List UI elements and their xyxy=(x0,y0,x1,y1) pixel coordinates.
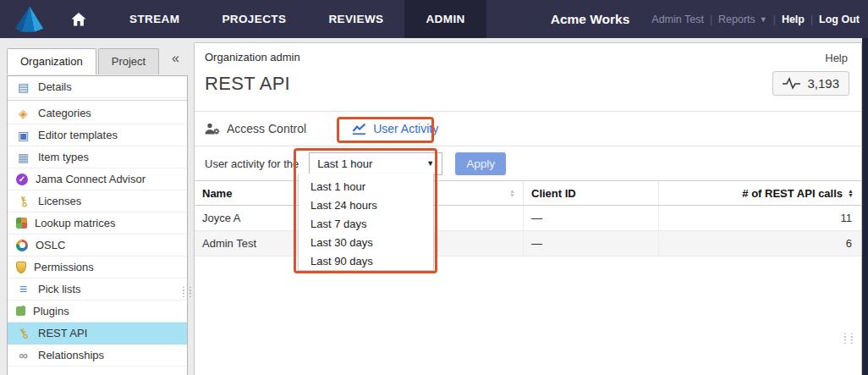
sort-arrows-icon[interactable]: ▲▼ xyxy=(509,189,515,197)
jama-logo-icon[interactable] xyxy=(12,4,46,35)
help-link-page[interactable]: Help xyxy=(825,52,848,64)
page-title: REST API xyxy=(205,73,290,95)
pulse-icon xyxy=(783,77,801,90)
cell-api-calls: 6 xyxy=(659,231,861,256)
sidebar-item-list: Details Categories Editor templates Item… xyxy=(7,75,188,375)
advisor-icon xyxy=(16,174,28,185)
sidebar-item-details[interactable]: Details xyxy=(8,76,187,98)
nav-item-stream[interactable]: STREAM xyxy=(108,0,201,38)
activity-filter-row: User activity for the Last 1 hour ▼ Appl… xyxy=(195,146,861,180)
sidebar-item-rest-api[interactable]: REST API xyxy=(8,323,187,345)
time-range-selected-value: Last 1 hour xyxy=(317,157,372,170)
logout-link[interactable]: Log Out xyxy=(819,14,860,25)
time-range-dropdown: Last 1 hourLast 24 hoursLast 7 daysLast … xyxy=(298,174,434,271)
sidebar-tabs: Organization Project « xyxy=(0,38,193,74)
dropdown-option[interactable]: Last 90 days xyxy=(299,252,433,271)
access-control-icon xyxy=(205,123,220,135)
table-header-row: Name ▲▼ Client ID # of REST API calls ▲▼ xyxy=(195,181,861,206)
tab-user-activity[interactable]: User Activity xyxy=(352,122,438,135)
dropdown-option[interactable]: Last 24 hours xyxy=(299,196,433,215)
table-row: Joyce A — 11 xyxy=(195,206,861,231)
permissions-icon xyxy=(16,262,26,273)
table-row: Admin Test — 6 xyxy=(195,231,861,256)
sidebar-item-lookup-matrices[interactable]: Lookup matrices xyxy=(8,212,187,234)
dropdown-option[interactable]: Last 7 days xyxy=(299,215,433,234)
nav-separator: | xyxy=(773,14,776,25)
main-panel: Organization admin Help REST API 3,193 xyxy=(194,42,862,375)
nav-item-reviews[interactable]: REVIEWS xyxy=(307,0,404,38)
sort-arrows-icon[interactable]: ▲▼ xyxy=(848,189,854,197)
company-name: Acme Works xyxy=(551,12,630,27)
sidebar-item-licenses[interactable]: Licenses xyxy=(8,190,187,212)
tab-organization[interactable]: Organization xyxy=(7,48,96,74)
api-calls-badge: 3,193 xyxy=(772,71,849,96)
sidebar-item-editor-templates[interactable]: Editor templates xyxy=(8,124,187,146)
editor-templates-icon xyxy=(16,129,30,142)
pick-lists-icon xyxy=(16,283,30,296)
lookup-matrices-icon xyxy=(16,218,27,229)
rest-api-icon xyxy=(16,327,30,340)
sidebar-item-item-types[interactable]: Item types xyxy=(8,146,187,168)
sidebar-item-pick-lists[interactable]: Pick lists xyxy=(8,278,187,301)
dropdown-option[interactable]: Last 30 days xyxy=(299,234,433,252)
tab-access-control[interactable]: Access Control xyxy=(205,122,306,135)
sidebar-item-categories[interactable]: Categories xyxy=(8,102,187,124)
cell-client-id: — xyxy=(524,231,659,256)
oslc-icon xyxy=(16,240,28,251)
time-range-select[interactable]: Last 1 hour ▼ xyxy=(309,152,442,175)
sidebar-group-divider xyxy=(8,100,187,101)
sidebar-collapse-icon[interactable]: « xyxy=(172,51,179,66)
nav-item-projects[interactable]: PROJECTS xyxy=(201,0,307,38)
sidebar-item-relationships[interactable]: Relationships xyxy=(8,345,187,367)
background-window-edge xyxy=(862,38,868,375)
tab-user-activity-label: User Activity xyxy=(373,122,438,135)
sidebar-item-advisor[interactable]: Jama Connect Advisor xyxy=(8,168,187,190)
apply-button[interactable]: Apply xyxy=(455,152,506,175)
sidebar-item-plugins[interactable]: Plugins xyxy=(8,301,187,323)
cell-client-id: — xyxy=(524,206,659,230)
tab-access-control-label: Access Control xyxy=(227,122,306,135)
user-activity-icon xyxy=(352,123,366,135)
item-types-icon xyxy=(16,151,30,164)
sidebar-resize-handle[interactable]: ⋮⋮⋮⋮ xyxy=(179,289,193,295)
column-header--of-rest-api-calls[interactable]: # of REST API calls ▲▼ xyxy=(659,181,861,205)
cell-api-calls: 11 xyxy=(659,206,861,230)
nav-separator: | xyxy=(810,14,813,25)
content-tabs: Access Control User Activity xyxy=(195,112,861,146)
page-header: Organization admin Help REST API 3,193 xyxy=(195,43,861,112)
licenses-icon xyxy=(16,195,30,208)
sidebar-item-permissions[interactable]: Permissions xyxy=(8,256,187,278)
nav-separator: | xyxy=(710,14,712,25)
api-calls-count: 3,193 xyxy=(807,76,839,91)
reports-menu[interactable]: Reports xyxy=(718,14,755,25)
current-user-label: Admin Test xyxy=(651,14,704,25)
table-body: Joyce A — 11 Admin Test — 6 xyxy=(195,206,861,256)
home-icon[interactable] xyxy=(68,13,90,26)
help-link-navbar[interactable]: Help xyxy=(782,14,805,25)
home-icon xyxy=(71,13,86,26)
relationships-icon xyxy=(16,349,30,362)
column-header-client-id[interactable]: Client ID xyxy=(524,181,659,205)
reports-caret-icon: ▼ xyxy=(760,15,767,24)
tab-project[interactable]: Project xyxy=(98,48,159,74)
plugins-icon xyxy=(16,306,25,316)
breadcrumb: Organization admin xyxy=(205,51,851,63)
user-activity-table: Name ▲▼ Client ID # of REST API calls ▲▼… xyxy=(195,180,861,256)
categories-icon xyxy=(16,107,30,120)
primary-nav: STREAMPROJECTSREVIEWSADMIN xyxy=(108,0,486,38)
select-caret-icon: ▼ xyxy=(426,159,434,168)
admin-sidebar: Organization Project « Details Categorie… xyxy=(0,38,193,375)
navbar-right: Acme Works Admin Test | Reports ▼ | Help… xyxy=(551,12,860,27)
dropdown-option[interactable]: Last 1 hour xyxy=(299,178,433,196)
top-navbar: STREAMPROJECTSREVIEWSADMIN Acme Works Ad… xyxy=(0,0,868,38)
filter-label: User activity for the xyxy=(205,157,299,170)
jama-logo-icon xyxy=(14,5,44,33)
sidebar-item-oslc[interactable]: OSLC xyxy=(8,234,187,256)
nav-item-admin[interactable]: ADMIN xyxy=(404,0,486,38)
main-resize-handle[interactable]: ⋮⋮⋮⋮ xyxy=(841,335,854,342)
details-icon xyxy=(16,80,30,94)
